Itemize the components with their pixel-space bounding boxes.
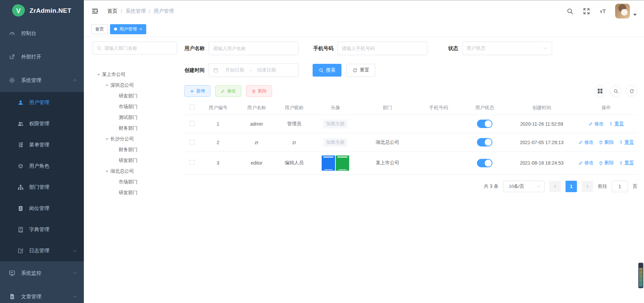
key-icon: [619, 140, 623, 144]
sidebar-item-logs[interactable]: 日志管理: [0, 240, 84, 261]
refresh-table-button[interactable]: [626, 85, 637, 97]
reset-button[interactable]: 重置: [346, 64, 375, 77]
col-avatar: 头像: [312, 101, 359, 115]
username-input[interactable]: [213, 46, 294, 51]
sidebar-item-dictionary[interactable]: 字典管理: [0, 219, 84, 240]
tag-user-management[interactable]: 用户管理 ×: [110, 24, 146, 34]
pagination-total: 共 3 条: [484, 183, 498, 189]
sidebar-item-monitor[interactable]: 系统监控: [0, 261, 84, 285]
next-page-button[interactable]: [582, 181, 593, 192]
caret-down-icon[interactable]: [95, 74, 102, 76]
tree-node[interactable]: 市场部门: [93, 101, 177, 112]
sidebar-item-dashboard[interactable]: 控制台: [0, 21, 84, 45]
sidebar-item-label: 控制台: [21, 30, 36, 37]
goto-page-input[interactable]: [612, 181, 628, 192]
sidebar-item-system[interactable]: 系统管理: [0, 69, 84, 92]
edit-button[interactable]: 修改: [215, 85, 241, 97]
row-checkbox[interactable]: [190, 121, 195, 126]
show-search-button[interactable]: [610, 85, 622, 97]
sidebar-item-posts[interactable]: 岗位管理: [0, 198, 84, 219]
department-search-input[interactable]: [104, 45, 173, 51]
breadcrumb-separator: /: [149, 8, 150, 14]
avatar-qr-image-green[interactable]: [336, 156, 349, 171]
delete-link[interactable]: 删除: [599, 160, 614, 166]
date-range-picker[interactable]: 开始日期 - 结束日期: [209, 63, 299, 77]
sidebar-collapse-icon[interactable]: [91, 8, 99, 14]
sidebar-item-label: 权限管理: [29, 121, 49, 127]
prev-page-button[interactable]: [549, 181, 561, 192]
users-table: 用户编号 用户名称 用户昵称 头像 部门 手机号码 用户状态 创建时间 操作: [184, 101, 637, 175]
status-select[interactable]: 用户状态: [462, 42, 552, 55]
status-toggle[interactable]: [477, 120, 492, 128]
add-button[interactable]: 新增: [184, 85, 210, 97]
delete-link[interactable]: 删除: [599, 139, 614, 145]
page-size-select[interactable]: 10条/页: [503, 181, 545, 192]
chevron-right-icon: [585, 184, 590, 188]
user-menu[interactable]: [615, 4, 637, 18]
cell-username: editor: [237, 152, 276, 174]
sidebar-item-articles[interactable]: 文章管理: [0, 285, 84, 303]
sidebar-item-roles[interactable]: 用户角色: [0, 156, 84, 177]
status-toggle[interactable]: [477, 138, 492, 146]
tag-home[interactable]: 首页: [91, 24, 108, 34]
avatar-qr-image-blue[interactable]: [322, 156, 335, 171]
scrollbar-grip-icon: [639, 264, 643, 267]
phone-input[interactable]: [342, 46, 423, 51]
tree-node[interactable]: 财务部门: [93, 123, 177, 134]
tree-node[interactable]: 研发部门: [93, 155, 177, 166]
tree-node-label: 财务部门: [119, 147, 138, 153]
tree-node-label: 研发部门: [119, 158, 138, 164]
page-number-current[interactable]: 1: [566, 181, 577, 192]
fullscreen-icon[interactable]: [583, 8, 590, 15]
breadcrumb-section[interactable]: 系统管理: [125, 8, 146, 14]
tree-node[interactable]: 某上市公司: [93, 69, 177, 80]
plus-icon: [190, 89, 194, 93]
sidebar-item-external[interactable]: 外部打开: [0, 45, 84, 69]
tree-node[interactable]: 财务部门: [93, 144, 177, 155]
cell-username: zr: [237, 133, 276, 152]
caret-down-icon[interactable]: [104, 171, 110, 172]
user-avatar[interactable]: [615, 4, 630, 18]
reset-password-link[interactable]: 重置: [619, 160, 634, 166]
pen-icon: [221, 89, 225, 93]
close-icon[interactable]: ×: [140, 27, 142, 31]
search-button[interactable]: 搜索: [313, 64, 341, 77]
select-all-checkbox[interactable]: [190, 105, 195, 110]
tree-node[interactable]: 测试部门: [93, 112, 177, 123]
edit-link[interactable]: 修改: [579, 139, 594, 145]
caret-down-icon[interactable]: [104, 85, 110, 86]
sidebar-item-departments[interactable]: 部门管理: [0, 177, 84, 198]
delete-button[interactable]: 删除: [246, 85, 272, 97]
table-row: 1 admin 管理员 加载失败 2020-11-26 11:52:59 修改: [184, 115, 637, 133]
sidebar-item-menus[interactable]: 菜单管理: [0, 134, 84, 156]
tree-node[interactable]: 研发部门: [93, 91, 177, 101]
tree-node[interactable]: 研发部门: [93, 187, 177, 198]
topbar-actions: [557, 4, 637, 18]
tree-node[interactable]: 湖北总公司: [93, 166, 177, 177]
scrollbar-widget[interactable]: [638, 263, 643, 288]
department-search[interactable]: [93, 42, 177, 54]
edit-link[interactable]: 修改: [589, 121, 604, 127]
reset-password-link[interactable]: 重置: [619, 139, 634, 145]
trash-icon: [599, 140, 603, 144]
search-icon[interactable]: [567, 8, 574, 15]
sidebar-item-permissions[interactable]: 权限管理: [0, 113, 84, 134]
sidebar-item-users[interactable]: 用户管理: [0, 92, 84, 113]
row-checkbox[interactable]: [190, 160, 195, 165]
font-size-icon[interactable]: [599, 8, 606, 15]
tree-node[interactable]: 长沙分公司: [93, 134, 177, 144]
menu-tree-icon: [17, 142, 24, 148]
caret-down-icon[interactable]: [104, 138, 110, 140]
status-toggle[interactable]: [477, 159, 492, 167]
breadcrumb-home[interactable]: 首页: [107, 8, 117, 14]
gauge-icon: [9, 30, 15, 37]
tree-node[interactable]: 市场部门: [93, 177, 177, 187]
columns-grid-button[interactable]: [594, 85, 606, 97]
edit-link[interactable]: 修改: [579, 160, 594, 166]
delete-link-label: 删除: [604, 160, 614, 166]
row-checkbox[interactable]: [190, 139, 195, 144]
tree-node[interactable]: 深圳总公司: [93, 80, 177, 91]
reset-password-link[interactable]: 重置: [609, 121, 624, 127]
brand[interactable]: V ZrAdmin.NET: [0, 0, 84, 21]
page-size-value: 10条/页: [509, 183, 524, 189]
